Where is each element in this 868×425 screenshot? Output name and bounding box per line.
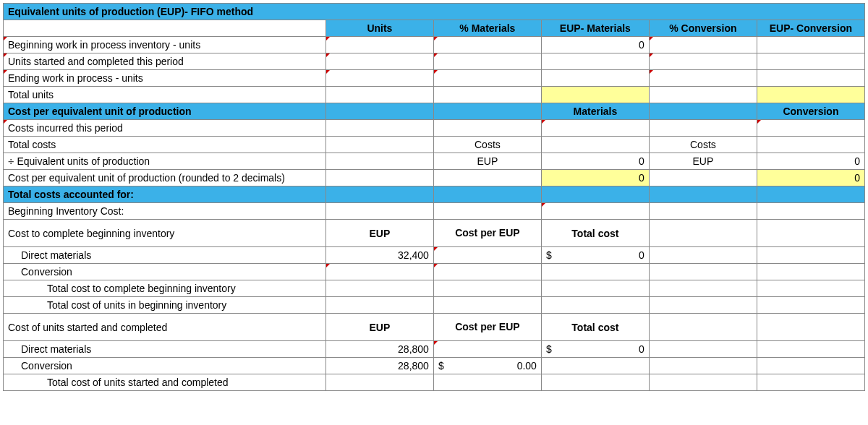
header-eup-materials: EUP- Materials: [541, 20, 649, 37]
blank-cell: [433, 186, 541, 203]
header-pct-conversion: % Conversion: [649, 20, 757, 37]
row-total-costs: Total costs: [4, 137, 326, 153]
blank-cell: [757, 358, 864, 374]
input-cell[interactable]: [433, 341, 541, 358]
table-row: Total costs Costs Costs: [4, 137, 865, 153]
table-row: Total cost of units in beginning invento…: [4, 297, 865, 314]
blank-cell: [649, 297, 757, 314]
label-costs: Costs: [433, 137, 541, 153]
blank-cell: [757, 374, 864, 391]
table-row: Cost per equivalent unit of production (…: [4, 170, 865, 186]
input-cell[interactable]: [433, 264, 541, 280]
input-cell[interactable]: [541, 120, 649, 137]
header-blank: [433, 103, 541, 120]
table-row: Cost per equivalent unit of production M…: [4, 103, 865, 120]
input-cell[interactable]: [326, 264, 433, 280]
header-eup-conversion: EUP- Conversion: [757, 20, 864, 37]
blank-cell: [757, 264, 864, 280]
input-cell[interactable]: [541, 203, 649, 220]
value-cell: [757, 137, 864, 153]
value-cell: 28,800: [326, 341, 433, 358]
label-eup: EUP: [326, 220, 433, 247]
header-pct-materials: % Materials: [433, 20, 541, 37]
row-end-wip[interactable]: Ending work in process - units: [4, 70, 326, 87]
blank-cell: [649, 120, 757, 137]
value-cell: [541, 374, 649, 391]
input-cell[interactable]: [649, 53, 757, 70]
row-div-eup-label: Equivalent units of production: [17, 155, 150, 167]
value-cell: 0: [541, 170, 649, 186]
blank-cell: [326, 153, 433, 170]
blank-cell: [757, 341, 864, 358]
label-eup: EUP: [433, 153, 541, 170]
input-cell[interactable]: [433, 70, 541, 87]
input-cell[interactable]: [326, 37, 433, 53]
value-amount: 0: [639, 249, 644, 261]
value-cell: [757, 53, 864, 70]
input-cell[interactable]: [649, 70, 757, 87]
value-cell: [757, 70, 864, 87]
value-amount: 0: [639, 343, 644, 355]
row-started-completed[interactable]: Units started and completed this period: [4, 53, 326, 70]
blank-cell: [649, 203, 757, 220]
row-direct-materials-sc: Direct materials: [4, 341, 326, 358]
label-total-cost: Total cost: [541, 314, 649, 341]
blank-cell: [326, 137, 433, 153]
row-beg-wip[interactable]: Beginning work in process inventory - un…: [4, 37, 326, 53]
blank-cell: [757, 186, 864, 203]
value-cell: [541, 137, 649, 153]
input-cell[interactable]: [757, 120, 864, 137]
value-cell: 0: [757, 153, 864, 170]
value-cell: $0.00: [433, 358, 541, 374]
blank-cell: [757, 247, 864, 264]
input-cell[interactable]: [326, 70, 433, 87]
label-eup: EUP: [326, 314, 433, 341]
value-cell: [541, 87, 649, 103]
row-div-eup: ÷Equivalent units of production: [4, 153, 326, 170]
value-amount: 0.00: [517, 360, 537, 372]
value-cell: [433, 87, 541, 103]
value-cell: [541, 358, 649, 374]
table-row: Direct materials 28,800 $0: [4, 341, 865, 358]
blank-cell: [649, 186, 757, 203]
value-cell: 0: [541, 37, 649, 53]
table-row: Beginning Inventory Cost:: [4, 203, 865, 220]
header-blank: [326, 103, 433, 120]
blank-cell: [433, 120, 541, 137]
header-blank: [649, 103, 757, 120]
blank-cell: [757, 314, 864, 341]
blank-cell: [757, 203, 864, 220]
blank-cell: [433, 374, 541, 391]
blank-cell: [757, 280, 864, 297]
blank-cell: [757, 297, 864, 314]
value-cell: [541, 70, 649, 87]
blank-cell: [649, 358, 757, 374]
dollar-sign: $: [546, 249, 552, 261]
value-cell: [541, 264, 649, 280]
value-cell: $0: [541, 247, 649, 264]
value-cell: 28,800: [326, 358, 433, 374]
header-row: Units % Materials EUP- Materials % Conve…: [4, 20, 865, 37]
header-materials: Materials: [541, 103, 649, 120]
input-cell[interactable]: [326, 53, 433, 70]
input-cell[interactable]: [649, 37, 757, 53]
blank-cell: [433, 170, 541, 186]
row-cost-per-eup-hdr: Cost per equivalent unit of production: [4, 103, 326, 120]
label-cost-per-eup: Cost per EUP: [433, 314, 541, 341]
table-row: Total units: [4, 87, 865, 103]
blank-cell: [326, 120, 433, 137]
value-cell: [541, 297, 649, 314]
row-costs-incurred[interactable]: Costs incurred this period: [4, 120, 326, 137]
blank-cell: [649, 170, 757, 186]
page-title: Equivalent units of production (EUP)- FI…: [4, 4, 865, 20]
blank-cell: [433, 297, 541, 314]
input-cell[interactable]: [433, 53, 541, 70]
table-row: Total cost to complete beginning invento…: [4, 280, 865, 297]
table-row: Cost of units started and completed EUP …: [4, 314, 865, 341]
blank-cell: [326, 186, 433, 203]
value-cell: [326, 87, 433, 103]
input-cell[interactable]: [433, 247, 541, 264]
input-cell[interactable]: [433, 37, 541, 53]
value-cell: 0: [757, 170, 864, 186]
table-row: Conversion: [4, 264, 865, 280]
